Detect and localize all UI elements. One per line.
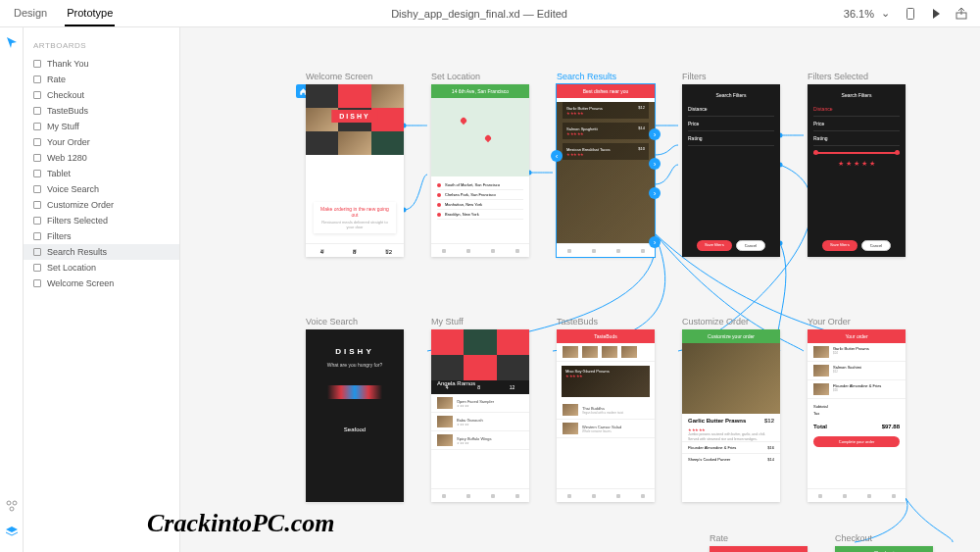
artboard-icon	[33, 248, 41, 256]
artboards-heading: ARTBOARDS	[24, 37, 179, 56]
canvas[interactable]: Welcome Screen DISHY Make ordering in th…	[180, 27, 980, 552]
artboard-rate[interactable]: Rate	[710, 533, 808, 552]
artboard-voice-search[interactable]: Voice Search DISHY What are you hungry f…	[306, 317, 404, 502]
wire-handle-left[interactable]: ‹	[551, 150, 563, 162]
artboard-list: Thank YouRateCheckoutTasteBudsMy StuffYo…	[24, 56, 179, 291]
sidebar-item[interactable]: Web 1280	[24, 150, 179, 166]
artboard-label: Set Location	[431, 72, 529, 81]
artboard-welcome-screen[interactable]: Welcome Screen DISHY Make ordering in th…	[306, 72, 404, 257]
wire-handle[interactable]: ›	[649, 158, 661, 170]
pointer-tool-icon[interactable]	[5, 35, 19, 49]
welcome-headline: Make ordering in the new going out	[318, 206, 392, 218]
mode-tabs: Design Prototype	[12, 1, 115, 26]
svg-rect-0	[907, 8, 914, 19]
artboard-icon	[33, 232, 41, 240]
profile-name: Angela Ramos	[437, 380, 475, 386]
artboard-label: Your Order	[808, 317, 906, 326]
artboard-icon	[33, 201, 41, 209]
welcome-sub: Restaurant meals delivered straight to y…	[318, 220, 392, 229]
artboard-label: Filters	[682, 72, 780, 81]
sidebar-item-label: My Stuff	[47, 122, 79, 131]
sidebar-item[interactable]: Your Order	[24, 134, 179, 150]
sidebar-item-label: Tablet	[47, 169, 71, 178]
assets-icon[interactable]	[5, 499, 19, 513]
tab-prototype[interactable]: Prototype	[65, 1, 115, 26]
artboard-filters-selected[interactable]: Filters Selected Search Filters Distance…	[808, 72, 906, 257]
map-view	[431, 98, 529, 176]
location-header: 14 6th Ave, San Francisco	[431, 84, 529, 98]
artboard-icon	[33, 107, 41, 115]
sidebar-item-label: Checkout	[47, 90, 84, 100]
sidebar-item-label: TasteBuds	[47, 106, 88, 116]
brand-logo: DISHY	[331, 110, 377, 123]
waveform-icon	[320, 385, 389, 399]
tab-design[interactable]: Design	[12, 1, 49, 26]
document-title: Dishy_app_design_final.xd — Edited	[115, 8, 843, 20]
edit-separator: —	[523, 8, 537, 20]
artboard-search-results[interactable]: Search Results Best dishes near you Garl…	[557, 72, 655, 257]
sidebar-item-label: Filters	[47, 231, 72, 241]
zoom-value: 36.1%	[844, 8, 874, 20]
sidebar-item[interactable]: Tablet	[24, 166, 179, 181]
artboard-icon	[33, 279, 41, 287]
artboard-filters[interactable]: Filters Search Filters Distance Price Ra…	[682, 72, 780, 257]
artboard-my-stuff[interactable]: My Stuff Angela Ramos 4812 Open Faced Sa…	[431, 317, 529, 502]
artboard-icon	[33, 154, 41, 162]
artboard-customize-order[interactable]: Customize Order Customize your order Gar…	[682, 317, 780, 502]
sidebar-item[interactable]: Customize Order	[24, 197, 179, 213]
topbar: Design Prototype Dishy_app_design_final.…	[0, 0, 980, 27]
search-header: Best dishes near you	[557, 84, 655, 98]
artboard-icon	[33, 217, 41, 225]
sidebar-item[interactable]: Filters	[24, 228, 179, 244]
sidebar-item[interactable]: Filters Selected	[24, 213, 179, 228]
chevron-down-icon: ⌄	[878, 7, 892, 21]
artboard-icon	[33, 60, 41, 68]
sidebar-item[interactable]: Search Results	[24, 244, 179, 260]
sidebar-item-label: Customize Order	[47, 200, 114, 210]
wire-handle[interactable]: ›	[649, 236, 661, 248]
sidebar-item[interactable]: Thank You	[24, 56, 179, 72]
filename: Dishy_app_design_final.xd	[391, 8, 519, 20]
artboard-panel: ARTBOARDS Thank YouRateCheckoutTasteBuds…	[24, 27, 180, 552]
sidebar-item[interactable]: Set Location	[24, 260, 179, 276]
artboard-label: Rate	[710, 533, 808, 543]
wire-handle[interactable]: ›	[649, 187, 661, 199]
artboard-set-location[interactable]: Set Location 14 6th Ave, San Francisco S…	[431, 72, 529, 257]
artboard-label: Customize Order	[682, 317, 780, 326]
sidebar-item[interactable]: TasteBuds	[24, 103, 179, 119]
layers-icon[interactable]	[5, 525, 19, 538]
sidebar-item[interactable]: My Stuff	[24, 119, 179, 134]
sidebar-item-label: Filters Selected	[47, 216, 108, 226]
artboard-checkout[interactable]: Checkout Checkout	[835, 533, 933, 552]
share-icon[interactable]	[955, 7, 968, 21]
sidebar-item[interactable]: Voice Search	[24, 181, 179, 197]
artboard-label: My Stuff	[431, 317, 529, 326]
sidebar-item-label: Thank You	[47, 59, 89, 69]
sidebar-item-label: Web 1280	[47, 153, 87, 163]
sidebar-item[interactable]: Rate	[24, 72, 179, 87]
sidebar-item[interactable]: Welcome Screen	[24, 276, 179, 291]
artboard-tastebuds[interactable]: TasteBuds TasteBuds Miso Soy Glazed Praw…	[557, 317, 655, 502]
artboard-icon	[33, 123, 41, 130]
complete-order-button: Complete your order	[813, 436, 900, 447]
watermark-text: CrackintoPC.com	[147, 509, 334, 538]
artboard-icon	[33, 138, 41, 146]
wire-handle[interactable]: ›	[649, 128, 661, 140]
artboard-icon	[33, 170, 41, 177]
topbar-actions: 36.1% ⌄	[844, 7, 968, 21]
device-preview-icon[interactable]	[904, 7, 917, 21]
zoom-control[interactable]: 36.1% ⌄	[844, 7, 892, 21]
artboard-label: Search Results	[557, 72, 655, 81]
artboard-label: Voice Search	[306, 317, 404, 326]
artboard-icon	[33, 75, 41, 83]
sidebar-item-label: Voice Search	[47, 184, 99, 194]
artboard-your-order[interactable]: Your Order Your order Garlic Butter Praw…	[808, 317, 906, 502]
edit-status: Edited	[537, 8, 567, 20]
svg-point-3	[13, 501, 17, 505]
sidebar-item[interactable]: Checkout	[24, 87, 179, 103]
artboard-icon	[33, 185, 41, 193]
artboard-label: TasteBuds	[557, 317, 655, 326]
play-icon[interactable]	[929, 7, 943, 21]
sidebar-item-label: Set Location	[47, 263, 96, 273]
sidebar-item-label: Your Order	[47, 137, 90, 147]
